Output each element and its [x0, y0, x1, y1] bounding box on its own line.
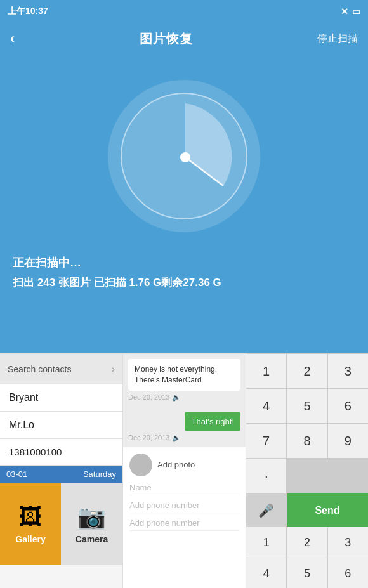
gallery-app-icon[interactable]: 🖼 Gallery — [0, 483, 61, 565]
app-header: ‹ 图片恢复 停止扫描 — [0, 23, 368, 55]
numpad-key-1[interactable]: 1 — [246, 354, 286, 388]
numpad-key-4[interactable]: 4 — [246, 389, 286, 423]
numpad-key-extra-2[interactable]: 2 — [287, 527, 327, 558]
camera-label: Camera — [76, 534, 108, 544]
search-contacts-label: Search contacts — [8, 364, 71, 374]
numpad-grid: 1 2 3 4 5 6 7 8 9 · — [246, 354, 368, 493]
numpad-key-2[interactable]: 2 — [287, 354, 327, 388]
day-label: Saturday — [83, 469, 116, 479]
camera-app-icon[interactable]: 📷 Camera — [61, 483, 122, 565]
chat-panel: Money is not everything. There's MasterC… — [122, 353, 246, 588]
stop-scan-button[interactable]: 停止扫描 — [317, 32, 358, 46]
contact-bryant[interactable]: Bryant — [0, 384, 122, 412]
status-icons: ✕ ▭ — [341, 6, 360, 16]
scanning-status: 正在扫描中… — [0, 245, 368, 273]
scanner-inner-ring — [121, 93, 247, 219]
numpad-key-5[interactable]: 5 — [287, 389, 327, 423]
gallery-icon: 🖼 — [19, 504, 42, 530]
scan-info: 扫出 243 张图片 已扫描 1.76 G剩余27.36 G — [0, 273, 368, 300]
numpad-extra-grid: 1 2 3 4 5 6 — [246, 527, 368, 588]
scanner-outer-ring — [108, 80, 260, 232]
overlay-area: Search contacts › Bryant Mr.Lo 138100010… — [0, 353, 368, 588]
numpad-bottom-bar: 🎤 Send — [246, 493, 368, 527]
add-contact-form: Add photo Name Add phone number Add phon… — [123, 447, 246, 588]
contact-number[interactable]: 1381000100 — [0, 439, 122, 466]
phone-field-1[interactable]: Add phone number — [129, 498, 239, 513]
numpad-key-9[interactable]: 9 — [328, 424, 368, 458]
scanner-area — [0, 67, 368, 245]
gallery-label: Gallery — [15, 534, 45, 544]
search-chevron-icon: › — [112, 363, 115, 375]
numpad-panel: 1 2 3 4 5 6 7 8 9 · 🎤 Send 1 2 3 4 5 — [246, 353, 368, 588]
contacts-panel: Search contacts › Bryant Mr.Lo 138100010… — [0, 353, 122, 588]
numpad-key-dot[interactable]: · — [246, 459, 286, 493]
mic-button[interactable]: 🎤 — [246, 493, 287, 527]
close-icon: ✕ — [341, 6, 348, 16]
numpad-key-extra-4[interactable]: 4 — [246, 558, 286, 588]
chat-sent-message: That's right! — [185, 412, 240, 431]
chat-received-timestamp: Dec 20, 2013 🔈 — [128, 393, 240, 402]
send-button[interactable]: Send — [287, 493, 368, 527]
status-bar: 上午10:37 ✕ ▭ — [0, 0, 368, 23]
status-time: 上午10:37 — [8, 6, 48, 17]
battery-icon: ▭ — [352, 6, 360, 16]
scanner-svg — [122, 94, 247, 219]
main-app: ‹ 图片恢复 停止扫描 正在扫描中… 扫出 243 张图片 已扫描 1.76 G… — [0, 23, 368, 588]
numpad-key-8[interactable]: 8 — [287, 424, 327, 458]
date-bar: 03-01 Saturday — [0, 466, 122, 483]
avatar-placeholder — [129, 454, 152, 476]
add-photo-label[interactable]: Add photo — [157, 460, 195, 469]
numpad-key-7[interactable]: 7 — [246, 424, 286, 458]
apps-row: 🖼 Gallery 📷 Camera — [0, 483, 122, 565]
date-label: 03-01 — [6, 469, 27, 479]
chat-received-message: Money is not everything. There's MasterC… — [128, 359, 240, 391]
search-contacts-bar[interactable]: Search contacts › — [0, 354, 122, 384]
add-photo-row: Add photo — [129, 454, 239, 476]
numpad-key-6[interactable]: 6 — [328, 389, 368, 423]
speaker-icon: 🔈 — [172, 393, 181, 402]
speaker-icon-sent: 🔈 — [172, 434, 181, 442]
camera-icon: 📷 — [77, 504, 106, 530]
numpad-key-extra-6[interactable]: 6 — [328, 558, 368, 588]
numpad-key-extra-5[interactable]: 5 — [287, 558, 327, 588]
page-title: 图片恢复 — [140, 30, 193, 48]
phone-field-2[interactable]: Add phone number — [129, 516, 239, 531]
numpad-key-3[interactable]: 3 — [328, 354, 368, 388]
numpad-key-extra-1[interactable]: 1 — [246, 527, 286, 558]
name-field[interactable]: Name — [129, 480, 239, 495]
numpad-key-extra-3[interactable]: 3 — [328, 527, 368, 558]
chat-sent-timestamp: Dec 20, 2013 🔈 — [128, 434, 240, 442]
contact-mrlo[interactable]: Mr.Lo — [0, 412, 122, 439]
back-button[interactable]: ‹ — [10, 30, 15, 47]
